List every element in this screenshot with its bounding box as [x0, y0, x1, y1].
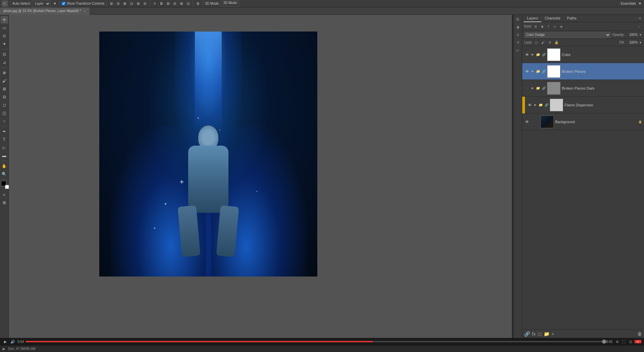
layer-flame[interactable]: 👁 ▶ 📁 🔗 Flame Dispersion — [522, 97, 644, 113]
align-left-icon[interactable]: ⊞ — [109, 1, 114, 6]
opacity-value[interactable]: 100% — [626, 33, 638, 37]
eyedropper-tool[interactable]: ⊿ — [1, 59, 8, 66]
layers-tab[interactable]: Layers — [524, 15, 541, 22]
pen-tool[interactable]: ✒ — [1, 128, 8, 135]
gradient-tool[interactable]: ◫ — [1, 109, 8, 117]
layer-type-dropdown[interactable]: Layer — [32, 1, 51, 7]
document-tab[interactable]: photo.jpg @ 33.3% (Broken Pieces, Layer … — [0, 7, 90, 15]
fill-value[interactable]: 100% — [626, 41, 638, 44]
panel-icon-styles[interactable]: ⊙ — [514, 31, 522, 38]
screen-mode[interactable]: ⊞ — [1, 199, 8, 206]
align-center-icon[interactable]: ⊟ — [115, 1, 121, 6]
filter-smart-icon[interactable]: ◈ — [558, 24, 564, 29]
background-swatch[interactable] — [5, 185, 9, 189]
workspace-expand-icon[interactable]: ▼ — [637, 1, 643, 6]
video-extra-icon[interactable]: ⊡ — [628, 339, 633, 344]
lock-position-icon[interactable]: ✛ — [547, 40, 552, 45]
show-transform-label[interactable]: Show Transform Controls — [62, 2, 104, 5]
layer-eye-bg[interactable]: 👁 — [524, 119, 530, 124]
layer-name-broken-dark: Broken Pieces Dark — [562, 86, 642, 90]
lock-transparent-icon[interactable]: ◻ — [534, 40, 539, 45]
panel-icon-history[interactable]: ↺ — [514, 39, 522, 46]
filter-pixel-icon[interactable]: ⊞ — [533, 24, 538, 29]
distribute-t-icon[interactable]: ⊠ — [179, 1, 184, 6]
filter-adjust-icon[interactable]: ◑ — [539, 24, 545, 29]
distribute-b-icon[interactable]: ⊡ — [185, 1, 191, 6]
color-swatches[interactable] — [1, 181, 8, 188]
fill-arrow[interactable]: ▼ — [639, 41, 642, 44]
dodge-tool[interactable]: ○ — [1, 117, 8, 125]
filter-type-icon[interactable]: T — [546, 24, 551, 29]
layer-eye-color[interactable]: 👁 — [524, 52, 530, 57]
eraser-tool[interactable]: ◻ — [1, 101, 8, 109]
tab-close-btn[interactable]: × — [83, 9, 86, 13]
spot-heal-tool[interactable]: ⊕ — [1, 69, 8, 77]
layer-eye-broken[interactable]: 👁 — [524, 69, 530, 74]
link-layers-btn[interactable]: 🔗 — [524, 331, 530, 337]
move-tool[interactable]: ✛ — [1, 16, 8, 23]
add-style-btn[interactable]: fx — [532, 331, 536, 337]
new-layer-btn[interactable]: + — [551, 331, 554, 337]
filter-shape-icon[interactable]: ▭ — [552, 24, 557, 29]
tab-filename: photo.jpg @ 33.3% (Broken Pieces, Layer … — [3, 9, 81, 13]
paths-tab[interactable]: Paths — [564, 15, 580, 22]
opacity-arrow[interactable]: ▼ — [639, 33, 642, 37]
layer-eye-broken-dark[interactable]: 👁 — [524, 86, 530, 91]
video-settings-icon[interactable]: ⚙ — [614, 339, 620, 344]
panel-menu-btn[interactable]: ≡ — [637, 16, 643, 21]
channels-tab[interactable]: Channels — [541, 15, 564, 22]
zoom-tool[interactable]: 🔍 — [1, 170, 8, 178]
distribute-v-icon[interactable]: ≣ — [159, 1, 164, 6]
shape-tool[interactable]: ▬ — [1, 152, 8, 159]
tool-dropdown-icon[interactable]: ▼ — [52, 1, 57, 6]
blend-mode-dropdown[interactable]: Color Dodge — [524, 32, 611, 38]
layer-arrow-broken-dark[interactable]: ▶ — [531, 87, 534, 90]
panel-icon-actions[interactable]: ▷ — [514, 46, 522, 54]
layer-arrow-broken[interactable]: ▶ — [531, 70, 534, 73]
lock-paint-icon[interactable]: 🖌 — [540, 40, 546, 45]
hand-tool[interactable]: ✋ — [1, 162, 8, 170]
move-tool-icon[interactable]: ↖ — [1, 0, 8, 7]
video-record-btn[interactable]: ● — [635, 340, 641, 343]
align-middle-icon[interactable]: ⊞ — [136, 1, 141, 6]
panel-icon-layers[interactable]: ☰ — [514, 15, 522, 23]
layer-background[interactable]: 👁 Background 🔒 — [522, 113, 644, 130]
canvas-area[interactable]: ✛ — [9, 15, 512, 338]
sound-btn[interactable]: 🔊 — [10, 339, 15, 344]
path-select-tool[interactable]: ▷ — [1, 144, 8, 151]
video-fullscreen-icon[interactable]: ⛶ — [621, 339, 627, 344]
layer-color[interactable]: 👁 ▶ 📁 🔗 Color — [522, 46, 644, 63]
extra-align-icon[interactable]: ⊞ — [195, 1, 201, 6]
quick-mask-mode[interactable]: ⊡ — [1, 191, 8, 198]
align-bottom-icon[interactable]: ⊟ — [142, 1, 148, 6]
new-group-btn[interactable]: 📁 — [544, 331, 549, 337]
layer-arrow-color[interactable]: ▶ — [531, 53, 534, 56]
layer-broken-dark[interactable]: 👁 ▶ 📁 🔗 Broken Pieces Dark — [522, 80, 644, 97]
panel-icon-adjustments[interactable]: ◑ — [514, 23, 522, 31]
filter-toggle-icon[interactable]: ○ — [637, 24, 642, 29]
lock-all-icon[interactable]: 🔒 — [554, 40, 559, 45]
transform-checkbox[interactable] — [62, 2, 65, 5]
crop-tool[interactable]: ⊡ — [1, 51, 8, 58]
magic-wand-tool[interactable]: ✦ — [1, 40, 8, 48]
distribute-l-icon[interactable]: ⊞ — [165, 1, 171, 6]
3d-mode-btn[interactable]: 3D Mode — [221, 1, 239, 7]
layer-arrow-flame[interactable]: ▶ — [534, 103, 537, 107]
play-btn[interactable]: ▶ — [3, 339, 8, 344]
delete-layer-btn[interactable]: 🗑 — [637, 331, 642, 337]
lasso-tool[interactable]: ⊙ — [1, 32, 8, 40]
history-tool[interactable]: ⊟ — [1, 93, 8, 101]
video-scrubber[interactable] — [602, 340, 606, 344]
add-mask-btn[interactable]: ◻ — [538, 331, 542, 337]
layer-eye-flame[interactable]: 👁 — [527, 102, 532, 108]
layer-broken-pieces[interactable]: 👁 ▶ 📁 🔗 Broken Pieces — [522, 63, 644, 80]
video-progress-track[interactable] — [26, 341, 604, 342]
clone-tool[interactable]: ⊞ — [1, 85, 8, 93]
marquee-tool[interactable]: ▭ — [1, 24, 8, 32]
align-right-icon[interactable]: ⊠ — [122, 1, 127, 6]
brush-tool[interactable]: 🖌 — [1, 77, 8, 85]
distribute-h-icon[interactable]: ≡ — [152, 1, 157, 6]
type-tool[interactable]: T — [1, 136, 8, 143]
distribute-r-icon[interactable]: ⊟ — [172, 1, 177, 6]
align-top-icon[interactable]: ⊡ — [129, 1, 134, 6]
